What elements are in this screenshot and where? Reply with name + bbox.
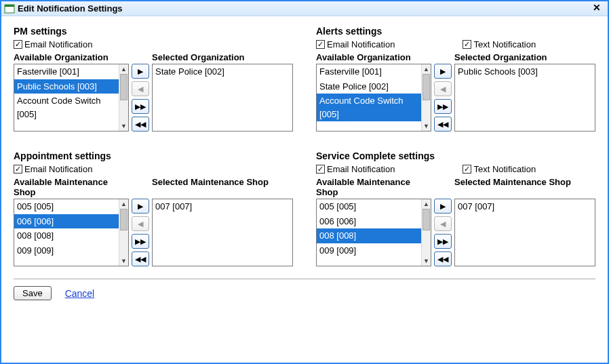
section-alerts: Alerts settings ✓ Email Notification ✓ T… [316,26,595,132]
list-item[interactable]: 008 [008] [317,228,421,243]
checkbox-icon: ✓ [463,40,471,49]
remove-all-button[interactable]: ◀◀ [434,117,452,132]
list-item[interactable]: Fasterville [001] [317,64,421,79]
add-button[interactable]: ▶ [132,199,149,214]
scroll-down-icon[interactable]: ▼ [422,256,431,266]
cancel-link[interactable]: Cancel [65,288,95,299]
scroll-down-icon[interactable]: ▼ [422,121,431,131]
text-notification-checkbox-service[interactable]: ✓ Text Notification [463,164,536,174]
remove-button[interactable]: ◀ [434,81,452,96]
mover-buttons-pm: ▶ ◀ ▶▶ ◀◀ [129,64,152,132]
svg-rect-1 [5,5,14,7]
header-selected-org: Selected Organization [454,52,595,62]
available-org-list-alerts[interactable]: Fasterville [001]State Police [002]Accou… [316,64,431,132]
list-item[interactable]: 005 [005] [317,199,421,214]
header-selected-shop: Selected Maintenance Shop [454,177,595,197]
section-title-service: Service Complete settings [316,150,595,161]
section-title-pm: PM settings [14,26,293,37]
list-item[interactable]: 007 [007] [153,199,292,214]
section-pm: PM settings ✓ Email Notification Availab… [14,26,293,132]
checkbox-icon: ✓ [14,40,22,49]
checkbox-icon: ✓ [316,40,325,49]
scroll-up-icon[interactable]: ▲ [119,199,129,209]
checkbox-label: Email Notification [24,164,92,174]
list-item[interactable]: 006 [006] [317,214,421,229]
save-button[interactable]: Save [14,286,52,300]
titlebar: Edit Notification Settings ✕ [1,1,608,16]
checkbox-icon: ✓ [316,165,325,174]
list-item[interactable]: State Police [002] [153,64,292,79]
selected-org-list-pm[interactable]: State Police [002] [152,64,293,132]
section-service: Service Complete settings ✓ Email Notifi… [316,150,595,266]
add-all-button[interactable]: ▶▶ [434,99,452,114]
email-notification-checkbox-appointment[interactable]: ✓ Email Notification [14,164,92,174]
scrollbar[interactable]: ▲ ▼ [421,64,431,131]
available-shop-list-service[interactable]: 005 [005]006 [006]008 [008]009 [009] ▲ ▼ [316,199,431,266]
header-available-org: Available Organization [316,52,431,62]
add-button[interactable]: ▶ [132,64,149,79]
mover-buttons-alerts: ▶ ◀ ▶▶ ◀◀ [431,64,454,132]
list-item[interactable]: 009 [009] [317,243,421,258]
email-notification-checkbox-pm[interactable]: ✓ Email Notification [14,39,92,49]
header-available-shop: Available Maintenance Shop [316,177,431,197]
scrollbar[interactable]: ▲ ▼ [421,199,431,266]
mover-buttons-appointment: ▶ ◀ ▶▶ ◀◀ [129,199,152,266]
scrollbar[interactable]: ▲ ▼ [119,64,128,131]
checkbox-label: Email Notification [24,39,92,49]
checkbox-label: Text Notification [473,164,536,174]
list-item[interactable]: Account Code Switch [005] [14,94,119,121]
header-selected-org: Selected Organization [152,52,293,62]
add-all-button[interactable]: ▶▶ [132,234,149,249]
checkbox-label: Text Notification [473,39,536,49]
scroll-up-icon[interactable]: ▲ [422,199,431,209]
available-shop-list-appointment[interactable]: 005 [005]006 [006]008 [008]009 [009] ▲ ▼ [14,199,129,266]
text-notification-checkbox-alerts[interactable]: ✓ Text Notification [463,39,536,49]
header-available-org: Available Organization [14,52,129,62]
scrollbar[interactable]: ▲ ▼ [119,199,128,266]
header-selected-shop: Selected Maintenance Shop [152,177,293,197]
checkbox-label: Email Notification [327,164,395,174]
list-item[interactable]: Public Schools [003] [14,79,119,94]
list-item[interactable]: 007 [007] [455,199,595,214]
list-item[interactable]: State Police [002] [317,79,421,94]
dialog-title: Edit Notification Settings [18,3,123,14]
list-item[interactable]: Fasterville [001] [14,64,119,79]
list-item[interactable]: 009 [009] [14,243,119,258]
section-title-alerts: Alerts settings [316,26,595,37]
scroll-down-icon[interactable]: ▼ [119,121,129,131]
footer: Save Cancel [14,286,595,300]
header-available-shop: Available Maintenance Shop [14,177,129,197]
list-item[interactable]: 006 [006] [14,214,119,229]
scroll-up-icon[interactable]: ▲ [119,64,129,74]
add-all-button[interactable]: ▶▶ [434,234,452,249]
scroll-up-icon[interactable]: ▲ [422,64,431,74]
add-button[interactable]: ▶ [434,64,452,79]
checkbox-label: Email Notification [327,39,395,49]
remove-all-button[interactable]: ◀◀ [132,117,149,132]
remove-button[interactable]: ◀ [132,81,149,96]
add-button[interactable]: ▶ [434,199,452,214]
remove-all-button[interactable]: ◀◀ [132,251,149,266]
remove-button[interactable]: ◀ [434,216,452,231]
remove-button[interactable]: ◀ [132,216,149,231]
list-item[interactable]: 005 [005] [14,199,119,214]
section-appointment: Appointment settings ✓ Email Notificatio… [14,150,293,266]
divider [14,279,595,279]
app-icon [4,3,15,14]
email-notification-checkbox-service[interactable]: ✓ Email Notification [316,164,395,174]
content-area: PM settings ✓ Email Notification Availab… [1,16,608,310]
list-item[interactable]: 008 [008] [14,228,119,243]
scroll-down-icon[interactable]: ▼ [119,256,129,266]
close-icon[interactable]: ✕ [590,2,604,13]
remove-all-button[interactable]: ◀◀ [434,251,452,266]
list-item[interactable]: Public Schools [003] [455,64,595,79]
mover-buttons-service: ▶ ◀ ▶▶ ◀◀ [431,199,454,266]
available-org-list-pm[interactable]: Fasterville [001]Public Schools [003]Acc… [14,64,129,132]
add-all-button[interactable]: ▶▶ [132,99,149,114]
selected-shop-list-service[interactable]: 007 [007] [454,199,595,266]
selected-shop-list-appointment[interactable]: 007 [007] [152,199,293,266]
email-notification-checkbox-alerts[interactable]: ✓ Email Notification [316,39,395,49]
selected-org-list-alerts[interactable]: Public Schools [003] [454,64,595,132]
section-title-appointment: Appointment settings [14,150,293,161]
list-item[interactable]: Account Code Switch [005] [317,94,421,121]
